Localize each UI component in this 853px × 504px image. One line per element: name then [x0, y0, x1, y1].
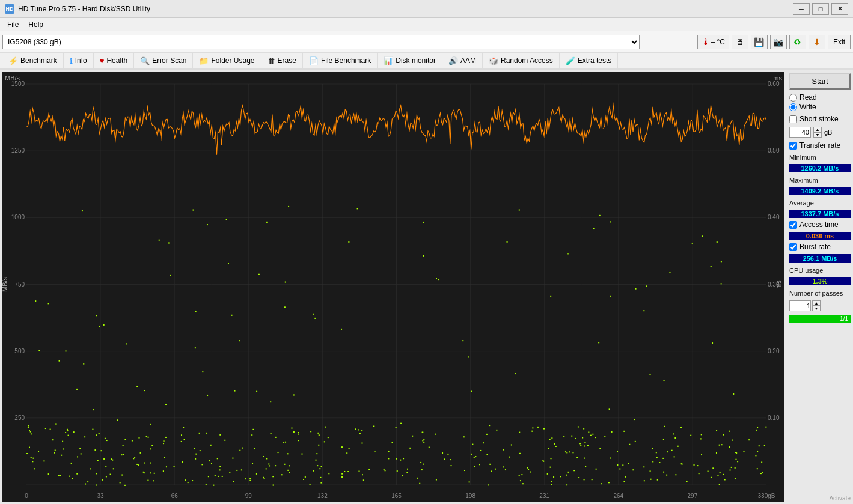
health-icon: ♥ — [100, 56, 105, 65]
temperature-button[interactable]: 🌡 – °C — [697, 35, 729, 49]
tab-file-benchmark[interactable]: 📄 File Benchmark — [303, 52, 378, 69]
tab-health[interactable]: ♥ Health — [94, 52, 134, 69]
thermometer-icon: 🌡 — [702, 37, 710, 47]
tab-folder-usage[interactable]: 📁 Folder Usage — [193, 52, 261, 69]
maximum-value: 1409.2 MB/s — [789, 187, 851, 195]
camera-icon-btn[interactable]: 📷 — [770, 35, 787, 49]
read-radio-label[interactable]: Read — [789, 93, 851, 102]
tab-extra-tests[interactable]: 🧪 Extra tests — [560, 52, 619, 69]
drive-select[interactable]: IG5208 (330 gB) — [2, 35, 640, 49]
short-stroke-row: ▲ ▼ gB — [789, 127, 851, 138]
short-stroke-spinner: ▲ ▼ — [813, 127, 822, 138]
file-benchmark-icon: 📄 — [309, 56, 319, 65]
write-radio-label[interactable]: Write — [789, 103, 851, 111]
extra-tests-icon: 🧪 — [566, 56, 575, 65]
tab-health-label: Health — [106, 56, 127, 65]
write-radio[interactable] — [789, 103, 797, 111]
tab-random-access[interactable]: 🎲 Random Access — [483, 52, 560, 69]
short-stroke-checkbox-label[interactable]: Short stroke — [789, 115, 851, 123]
tab-benchmark-label: Benchmark — [20, 56, 57, 65]
title-bar: HD HD Tune Pro 5.75 - Hard Disk/SSD Util… — [0, 0, 853, 18]
minimize-button[interactable]: ─ — [793, 3, 810, 15]
app-icon: HD — [5, 4, 14, 14]
menu-bar: File Help — [0, 18, 853, 31]
burst-rate-checkbox-label[interactable]: Burst rate — [789, 243, 851, 251]
tab-info[interactable]: ℹ Info — [64, 52, 94, 69]
tab-aam-label: AAM — [460, 56, 476, 65]
title-text: HD Tune Pro 5.75 - Hard Disk/SSD Utility — [18, 5, 793, 13]
transfer-rate-checkbox[interactable] — [789, 142, 797, 150]
tab-erase-label: Erase — [278, 56, 296, 65]
transfer-rate-checkbox-label[interactable]: Transfer rate — [789, 141, 851, 150]
temp-value: – °C — [711, 38, 725, 46]
transfer-rate-label: Transfer rate — [799, 141, 840, 150]
start-button[interactable]: Start — [789, 73, 851, 90]
refresh-icon-btn[interactable]: ♻ — [789, 35, 806, 49]
nav-tabs: ⚡ Benchmark ℹ Info ♥ Health 🔍 Error Scan… — [0, 53, 853, 70]
access-time-checkbox[interactable] — [789, 221, 797, 229]
cpu-usage-label: CPU usage — [789, 267, 851, 274]
tab-random-access-label: Random Access — [501, 56, 553, 65]
passes-spinner: ▲ ▼ — [812, 300, 821, 311]
benchmark-canvas — [2, 72, 784, 502]
burst-rate-value: 256.1 MB/s — [789, 254, 851, 263]
progress-bar: 1/1 — [789, 315, 851, 323]
tab-error-scan-label: Error Scan — [152, 56, 186, 65]
window-controls: ─ □ ✕ — [793, 3, 848, 15]
average-value: 1337.7 MB/s — [789, 210, 851, 218]
tab-disk-monitor[interactable]: 📊 Disk monitor — [378, 52, 442, 69]
download-icon-btn[interactable]: ⬇ — [809, 35, 825, 49]
burst-rate-label: Burst rate — [799, 243, 831, 251]
average-label: Average — [789, 199, 851, 207]
main-content: MB/s ms Start Read Write Short stroke ▲ … — [0, 70, 853, 504]
drive-selector-area: IG5208 (330 gB) — [2, 35, 696, 49]
short-stroke-input[interactable] — [789, 127, 811, 138]
aam-icon: 🔊 — [448, 56, 458, 65]
tab-aam[interactable]: 🔊 AAM — [442, 52, 483, 69]
chart-area: MB/s ms — [2, 72, 784, 502]
close-button[interactable]: ✕ — [831, 3, 848, 15]
gb-unit-label: gB — [824, 129, 832, 136]
exit-button[interactable]: Exit — [828, 35, 851, 49]
tab-file-benchmark-label: File Benchmark — [321, 56, 371, 65]
tab-extra-tests-label: Extra tests — [578, 56, 612, 65]
read-radio[interactable] — [789, 94, 797, 102]
progress-bar-text: 1/1 — [840, 315, 848, 323]
maximize-button[interactable]: □ — [812, 3, 829, 15]
watermark: Activate — [829, 495, 851, 502]
benchmark-icon: ⚡ — [8, 56, 18, 65]
tab-error-scan[interactable]: 🔍 Error Scan — [134, 52, 193, 69]
tab-disk-monitor-label: Disk monitor — [396, 56, 436, 65]
passes-input[interactable] — [789, 300, 811, 311]
spin-up[interactable]: ▲ — [813, 127, 822, 132]
right-panel: Start Read Write Short stroke ▲ ▼ gB — [787, 70, 853, 504]
menu-help[interactable]: Help — [23, 19, 48, 30]
short-stroke-label: Short stroke — [799, 115, 839, 123]
burst-rate-checkbox[interactable] — [789, 243, 797, 251]
error-scan-icon: 🔍 — [140, 56, 150, 65]
info-icon: ℹ — [70, 56, 73, 65]
cpu-usage-value: 1.3% — [789, 277, 851, 285]
write-label: Write — [799, 103, 816, 111]
passes-spin-down[interactable]: ▼ — [812, 306, 821, 311]
tab-benchmark[interactable]: ⚡ Benchmark — [2, 52, 64, 69]
access-time-label: Access time — [799, 220, 839, 229]
disk-icon-btn[interactable]: 💾 — [751, 35, 768, 49]
access-time-checkbox-label[interactable]: Access time — [789, 220, 851, 229]
toolbar-right-area: 🌡 – °C 🖥 💾 📷 ♻ ⬇ Exit — [697, 35, 851, 49]
passes-spin-up[interactable]: ▲ — [812, 300, 821, 306]
folder-icon: 📁 — [199, 56, 209, 65]
minimum-value: 1260.2 MB/s — [789, 164, 851, 172]
y-axis-label-mbs: MB/s — [5, 74, 20, 82]
short-stroke-checkbox[interactable] — [789, 115, 797, 123]
passes-row: ▲ ▼ — [789, 300, 851, 311]
read-write-radio-group: Read Write — [789, 93, 851, 111]
erase-icon: 🗑 — [268, 56, 275, 65]
number-of-passes-label: Number of passes — [789, 290, 851, 297]
spin-down[interactable]: ▼ — [813, 132, 822, 138]
tab-info-label: Info — [75, 56, 87, 65]
hdtune-icon-btn[interactable]: 🖥 — [732, 35, 748, 49]
disk-monitor-icon: 📊 — [384, 56, 393, 65]
tab-erase[interactable]: 🗑 Erase — [261, 52, 303, 69]
menu-file[interactable]: File — [2, 19, 23, 30]
